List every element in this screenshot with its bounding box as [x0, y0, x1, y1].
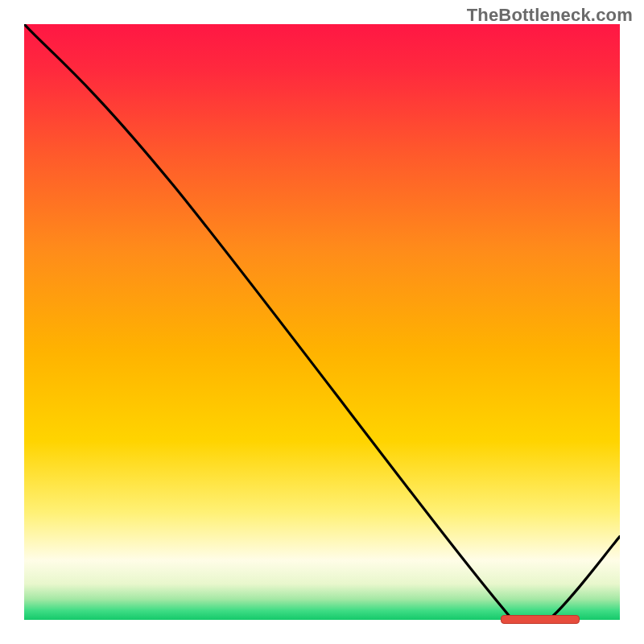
watermark-text: TheBottleneck.com — [467, 5, 633, 26]
highlight-marker — [501, 615, 580, 624]
plot-area — [24, 24, 620, 620]
chart-svg — [24, 24, 620, 620]
chart-frame: TheBottleneck.com — [0, 0, 644, 644]
